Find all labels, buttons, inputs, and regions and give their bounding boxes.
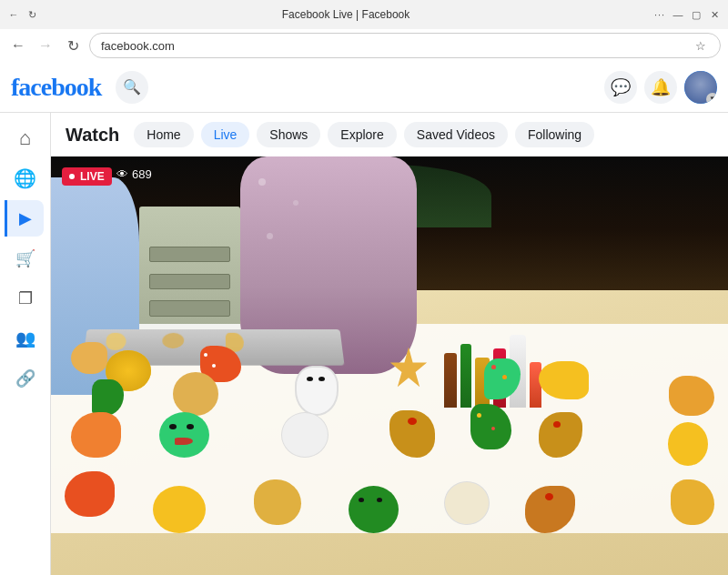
tab-home[interactable]: Home: [134, 122, 193, 147]
back-button[interactable]: ←: [7, 8, 20, 21]
nose-2: [553, 421, 561, 428]
address-bar[interactable]: facebook.com ☆: [89, 33, 721, 58]
live-dot: [69, 174, 75, 179]
sidebar-item-groups[interactable]: 👥: [7, 320, 44, 357]
tree-dot: [491, 427, 495, 430]
cookie-round-white: [281, 412, 329, 458]
grinch-mouth: [175, 438, 193, 445]
fb-sidebar: ⌂ 🌐 ▶ 🛒 ❐ 👥 🔗: [0, 113, 51, 575]
bottle-1: [444, 353, 457, 408]
sidebar-item-watch[interactable]: ▶: [5, 200, 44, 237]
title-bar: ← ↻ Facebook Live | Facebook ··· — ▢ ✕: [0, 0, 728, 29]
view-count: 👁 689: [116, 167, 152, 181]
pattern-dot: [258, 178, 266, 186]
cookie-bottom-5: [444, 481, 490, 525]
fb-logo: facebook: [11, 73, 101, 102]
bottom-nose: [545, 493, 553, 500]
browser-refresh-button[interactable]: ↻: [62, 35, 84, 56]
cookie-right-2: [668, 422, 708, 466]
minimize-button[interactable]: —: [672, 8, 684, 21]
address-text: facebook.com: [101, 39, 693, 53]
cookie-round-2: [173, 372, 218, 416]
cookie-grinch: [159, 412, 209, 458]
tree-ornament: [502, 375, 507, 379]
browser-forward-button[interactable]: →: [35, 35, 56, 56]
notifications-button[interactable]: 🔔: [644, 71, 677, 104]
facebook-app: facebook 🔍 💬 🔔 ▼ ⌂ 🌐 ▶ 🛒 ❐ 👥 🔗: [0, 62, 728, 575]
count-text: 689: [132, 167, 152, 181]
cookie-bottom-4: [349, 486, 399, 533]
grinch-eye: [169, 424, 177, 429]
fb-topbar: facebook 🔍 💬 🔔 ▼: [0, 62, 728, 113]
watch-header: Watch Home Live Shows Explore Saved Vide…: [51, 113, 728, 156]
dot: [359, 498, 364, 502]
drawer-1: [149, 247, 230, 262]
video-container[interactable]: LIVE 👁 689 LO4D.com: [51, 156, 728, 575]
tab-following[interactable]: Following: [515, 122, 594, 147]
sidebar-item-link[interactable]: 🔗: [7, 360, 44, 397]
sidebar-item-globe[interactable]: 🌐: [7, 160, 44, 197]
cookie-1: [71, 342, 107, 374]
dot: [377, 498, 382, 502]
snowman-eye: [307, 377, 313, 381]
browser-back-button[interactable]: ←: [7, 35, 29, 56]
more-options-button[interactable]: ···: [653, 8, 666, 21]
sheet-cookie-1: [105, 333, 126, 350]
cookie-pumpkin: [71, 412, 121, 458]
cookie-bottom-1: [65, 471, 115, 517]
tree-dot: [477, 413, 481, 418]
pattern-dot: [267, 233, 273, 239]
avatar-dropdown-icon: ▼: [706, 93, 717, 104]
cookie-snowman: [295, 366, 339, 416]
tab-saved-videos[interactable]: Saved Videos: [404, 122, 508, 147]
bell-icon: 🔔: [651, 77, 671, 97]
sheet-cookie-2: [162, 333, 185, 348]
candy-dot: [204, 353, 207, 357]
watch-page-title: Watch: [66, 125, 119, 146]
page-title: Facebook Live | Facebook: [38, 8, 653, 21]
search-button[interactable]: 🔍: [116, 71, 148, 104]
cookie-bottom-3: [254, 479, 301, 525]
video-background: LIVE 👁 689: [51, 156, 728, 575]
pattern-dot: [293, 200, 298, 206]
fb-main: ⌂ 🌐 ▶ 🛒 ❐ 👥 🔗 Watch Home Live Shows Expl…: [0, 113, 728, 575]
snowman-eye: [318, 377, 325, 381]
eye-icon: 👁: [116, 167, 128, 181]
cookie-bottom-2: [153, 486, 206, 533]
address-bar-row: ← → ↻ facebook.com ☆: [0, 29, 728, 62]
bottle-2: [460, 344, 471, 408]
live-label: LIVE: [80, 170, 105, 183]
live-badge: LIVE: [62, 167, 112, 186]
watch-content: Watch Home Live Shows Explore Saved Vide…: [51, 113, 728, 575]
close-button[interactable]: ✕: [708, 8, 721, 21]
browser-window: ← ↻ Facebook Live | Facebook ··· — ▢ ✕ ←…: [0, 0, 728, 62]
tab-shows[interactable]: Shows: [257, 122, 320, 147]
address-star-icon[interactable]: ☆: [693, 37, 709, 54]
sidebar-item-marketplace[interactable]: 🛒: [7, 240, 44, 277]
video-scene: [51, 156, 728, 575]
sidebar-item-apps[interactable]: ❐: [7, 280, 44, 317]
sidebar-item-home[interactable]: ⌂: [7, 120, 44, 156]
tree-ornament: [491, 365, 496, 369]
drawer-3: [149, 300, 230, 316]
tab-explore[interactable]: Explore: [328, 122, 396, 147]
tab-live[interactable]: Live: [201, 122, 250, 147]
maximize-button[interactable]: ▢: [690, 8, 703, 21]
window-actions: ··· — ▢ ✕: [653, 8, 721, 21]
candy-dot: [212, 364, 216, 368]
cookie-right-1: [669, 376, 714, 416]
window-controls: ← ↻: [7, 8, 38, 21]
refresh-button[interactable]: ↻: [25, 8, 38, 21]
reindeer-nose: [408, 418, 417, 425]
search-icon: 🔍: [123, 78, 141, 96]
topbar-right: 💬 🔔 ▼: [604, 71, 717, 104]
profile-avatar[interactable]: ▼: [684, 71, 717, 104]
messenger-button[interactable]: 💬: [604, 71, 637, 104]
grinch-eye: [187, 424, 194, 429]
drawer-2: [149, 274, 230, 289]
messenger-icon: 💬: [611, 77, 631, 97]
